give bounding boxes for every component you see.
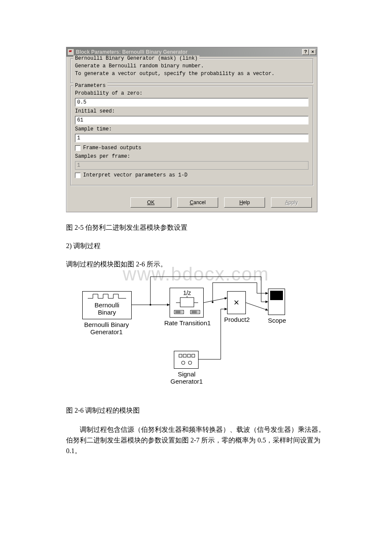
diagram-intro-line: 调制过程的模块图如图 2-6 所示。: [66, 260, 326, 269]
desc-line-1: Generate a Bernoulli random binary numbe…: [75, 63, 308, 69]
diagram-connectors: [78, 278, 291, 398]
mask-description-group: Bernoulli Binary Generator (mask) (link)…: [70, 58, 313, 83]
ok-button[interactable]: OK: [130, 197, 171, 208]
label-sample-time: Sample time:: [75, 126, 308, 132]
parameters-group: Parameters Probability of a zero: Initia…: [70, 86, 313, 185]
help-button[interactable]: HelpHelp: [224, 197, 265, 208]
dialog-app-icon: [67, 49, 74, 55]
svg-line-26: [246, 303, 268, 310]
group-legend-params: Parameters: [73, 83, 107, 89]
input-prob-zero[interactable]: [75, 98, 308, 107]
help-titlebar-button[interactable]: ?: [302, 49, 309, 55]
body-paragraph: 调制过程包含信源（伯努利发生器和频率转换器）、载波（信号发生器）乘法器。伯努利二…: [66, 425, 326, 456]
dialog-title: Block Parameters: Bernoulli Binary Gener…: [76, 49, 302, 55]
label-samples-per-frame: Samples per frame:: [75, 153, 308, 159]
input-sample-time[interactable]: [75, 134, 308, 142]
cancel-button[interactable]: CCancelancel: [177, 197, 218, 208]
label-prob-zero: Probability of a zero:: [75, 90, 308, 96]
close-titlebar-button[interactable]: ×: [309, 49, 316, 55]
block-parameters-dialog: Block Parameters: Bernoulli Binary Gener…: [66, 47, 317, 212]
input-samples-per-frame: [75, 161, 308, 170]
section-heading-2: 2) 调制过程: [66, 242, 326, 251]
figure-caption-2-6: 图 2-6 调制过程的模块图: [66, 406, 326, 415]
simulink-diagram: Bernoulli Binary Bernoulli BinaryGenerat…: [78, 278, 291, 398]
apply-button[interactable]: ApplyApply: [271, 197, 312, 208]
group-legend-mask: Bernoulli Binary Generator (mask) (link): [73, 55, 199, 61]
checkbox-frame-outputs[interactable]: [75, 145, 81, 151]
svg-line-23: [204, 298, 227, 303]
label-frame-outputs: Frame-based outputs: [83, 145, 141, 151]
label-initial-seed: Initial seed:: [75, 108, 308, 114]
label-interpret-vector: Interpret vector parameters as 1-D: [83, 172, 187, 178]
input-initial-seed[interactable]: [75, 116, 308, 124]
desc-line-2: To generate a vector output, specify the…: [75, 71, 308, 77]
figure-caption-2-5: 图 2-5 伯努利二进制发生器模块参数设置: [66, 223, 326, 232]
checkbox-interpret-vector[interactable]: [75, 173, 81, 178]
